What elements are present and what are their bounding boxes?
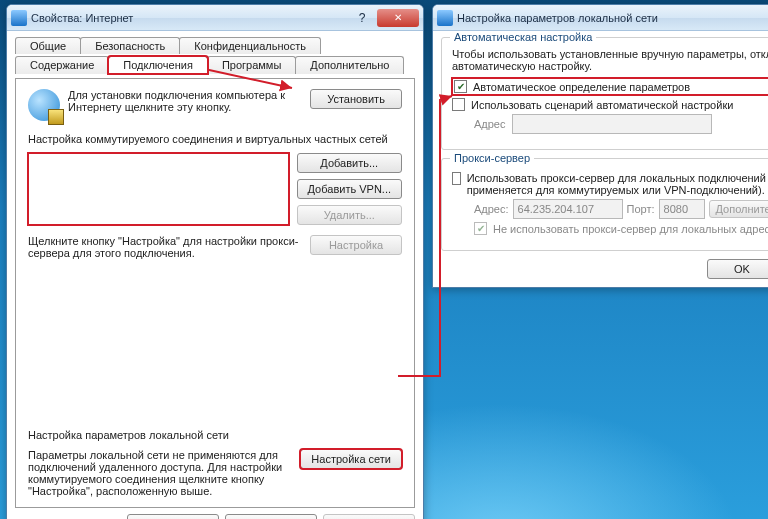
ok-button[interactable]: OK	[127, 514, 219, 519]
use-script-label: Использовать сценарий автоматической нас…	[471, 99, 733, 111]
tab-general[interactable]: Общие	[15, 37, 81, 54]
script-address-input	[512, 114, 712, 134]
proxy-legend: Прокси-сервер	[450, 152, 534, 164]
setup-text: Для установки подключения компьютера к И…	[68, 89, 302, 113]
connections-pane: Для установки подключения компьютера к И…	[15, 78, 415, 508]
tab-content[interactable]: Содержание	[15, 56, 109, 74]
ok-button[interactable]: OK	[707, 259, 768, 279]
auto-config-group: Автоматическая настройка Чтобы использов…	[441, 37, 768, 150]
settings-button: Настройка	[310, 235, 402, 255]
dialup-header: Настройка коммутируемого соединения и ви…	[28, 133, 402, 145]
apply-button: Применить	[323, 514, 415, 519]
connections-listbox[interactable]	[28, 153, 289, 225]
titlebar[interactable]: Свойства: Интернет	[7, 5, 423, 31]
proxy-group: Прокси-сервер Использовать прокси-сервер…	[441, 158, 768, 251]
tabstrip: Общие Безопасность Конфиденциальность Со…	[15, 37, 415, 77]
app-icon	[437, 10, 453, 26]
lan-header: Настройка параметров локальной сети	[28, 429, 402, 441]
tab-advanced[interactable]: Дополнительно	[295, 56, 404, 74]
app-icon	[11, 10, 27, 26]
dialog-buttons: OK Отмена Применить	[15, 514, 415, 519]
window-title: Настройка параметров локальной сети	[457, 12, 768, 24]
tab-privacy[interactable]: Конфиденциальность	[179, 37, 321, 54]
proxy-hint: Щелкните кнопку "Настройка" для настройк…	[28, 235, 302, 259]
bypass-local-checkbox[interactable]	[474, 222, 487, 235]
auto-detect-label: Автоматическое определение параметров	[473, 81, 690, 93]
proxy-address-input	[513, 199, 623, 219]
use-script-checkbox[interactable]	[452, 98, 465, 111]
proxy-port-label: Порт:	[627, 203, 655, 215]
globe-icon	[28, 89, 60, 121]
titlebar[interactable]: Настройка параметров локальной сети	[433, 5, 768, 31]
lan-settings-button[interactable]: Настройка сети	[300, 449, 402, 469]
bypass-local-label: Не использовать прокси-сервер для локаль…	[493, 223, 768, 235]
help-button[interactable]	[349, 9, 375, 27]
window-title: Свойства: Интернет	[31, 12, 347, 24]
lan-text: Параметры локальной сети не применяются …	[28, 449, 292, 497]
dialog-buttons: OK Отмена	[441, 259, 768, 279]
tab-connections[interactable]: Подключения	[108, 56, 208, 74]
add-vpn-button[interactable]: Добавить VPN...	[297, 179, 402, 199]
close-button[interactable]	[377, 9, 419, 27]
tab-security[interactable]: Безопасность	[80, 37, 180, 54]
script-address-label: Адрес	[474, 118, 506, 130]
proxy-port-input	[659, 199, 705, 219]
tab-programs[interactable]: Программы	[207, 56, 296, 74]
auto-detect-checkbox[interactable]	[454, 80, 467, 93]
proxy-advanced-button: Дополнительно	[709, 200, 768, 218]
delete-button: Удалить...	[297, 205, 402, 225]
proxy-address-label: Адрес:	[474, 203, 509, 215]
auto-config-text: Чтобы использовать установленные вручную…	[452, 48, 768, 72]
cancel-button[interactable]: Отмена	[225, 514, 317, 519]
use-proxy-checkbox[interactable]	[452, 172, 461, 185]
add-button[interactable]: Добавить...	[297, 153, 402, 173]
install-button[interactable]: Установить	[310, 89, 402, 109]
auto-config-legend: Автоматическая настройка	[450, 31, 596, 43]
lan-settings-window: Настройка параметров локальной сети Авто…	[432, 4, 768, 288]
use-proxy-label: Использовать прокси-сервер для локальных…	[467, 172, 768, 196]
internet-properties-window: Свойства: Интернет Общие Безопасность Ко…	[6, 4, 424, 519]
